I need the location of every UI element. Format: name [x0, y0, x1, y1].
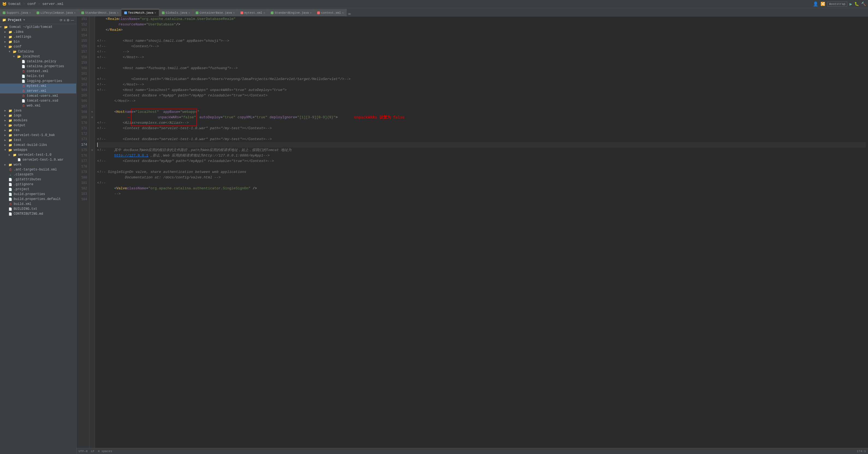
tree-webapps[interactable]: ▼ 📂 webapps [0, 147, 76, 152]
tree-classpath[interactable]: ☕ .classpath [0, 172, 76, 177]
tab-mytest-xml[interactable]: mytest.xml ✕ [238, 9, 268, 16]
sync-btn[interactable]: ⟳ [60, 18, 63, 22]
main-layout: 📁 Project ▼ ⟳ ≡ ⚙ — ▼ 📂 tomcat ~/gitlab/… [0, 17, 868, 454]
tree-res[interactable]: ▶ 📁 res [0, 128, 76, 133]
tab-icon-java [3, 11, 5, 14]
tab-context-xml[interactable]: context.xml ✕ [314, 9, 347, 16]
code-content[interactable]: <Realm className="org.apache.catalina.re… [95, 17, 868, 448]
code-line-155: <!-- <Host name="shouji.tmall.com" appBa… [97, 38, 866, 44]
tree-servelet-bak[interactable]: ▶ 📁 servelet-test-1.0_bak [0, 133, 76, 138]
code-editor[interactable]: 151 152 153 154 155 156 157 158 159 160 … [76, 17, 868, 448]
tree-tomcat-users-xsd[interactable]: 📄 tomcat-users.xsd [0, 98, 76, 103]
tab-close[interactable]: ✕ [74, 11, 75, 15]
tab-close[interactable]: ✕ [188, 11, 190, 15]
tree-bin[interactable]: ▶ 📁 bin [0, 39, 76, 44]
tree-output[interactable]: ▼ 📂 output [0, 123, 76, 128]
tree-hello-txt[interactable]: 📄 hello.txt [0, 74, 76, 79]
tree-gitignore[interactable]: 📄 .gitignore [0, 182, 76, 187]
tree-conf[interactable]: ▼ 📂 conf [0, 44, 76, 49]
tree-logs[interactable]: ▶ 📁 logs [0, 113, 76, 118]
tree-servelet-war[interactable]: 📄 servelet-test-1.0.war [0, 157, 76, 162]
tree-building-txt[interactable]: 📄 BUILDING.txt [0, 206, 76, 211]
tree-mytest-xml[interactable]: 🗒 mytest.xml [0, 84, 76, 88]
tree-context-xml[interactable]: 🗒 context.xml [0, 69, 76, 74]
code-line-151: <Realm className="org.apache.catalina.re… [97, 17, 866, 22]
tree-idea[interactable]: ▶ 📁 .idea [0, 29, 76, 34]
tree-tomcat-build-libs[interactable]: ▶ 📁 tomcat-build-libs [0, 143, 76, 147]
sidebar-header: 📁 Project ▼ ⟳ ≡ ⚙ — [0, 17, 76, 24]
tree-servelet-test[interactable]: ▶ 📁 servelet-test-1.0 [0, 152, 76, 157]
status-line-col: 174:1 [857, 450, 866, 453]
tree-catalina-policy[interactable]: 📄 catalina.policy [0, 59, 76, 64]
tree-logging-properties[interactable]: 📄 logging.properties [0, 79, 76, 84]
code-line-172 [97, 131, 866, 137]
tree-gitattributes[interactable]: 📄 .gitattributes [0, 177, 76, 182]
tab-close[interactable]: ✕ [117, 11, 119, 15]
settings-btn[interactable]: ⚙ [67, 18, 70, 22]
tree-tomcat-users-xml[interactable]: 🗒 tomcat-users.xml [0, 93, 76, 98]
tab-standardengine-java[interactable]: StandardEngine.java ✕ [268, 9, 314, 16]
avatar-icon: 👤 [813, 1, 818, 7]
title-text: tomcat > conf > server.xml [8, 2, 64, 6]
editor-area: 151 152 153 154 155 156 157 158 159 160 … [76, 17, 868, 454]
tab-close[interactable]: ✕ [264, 11, 265, 15]
tree-contributing-md[interactable]: 📄 CONTRIBUTING.md [0, 211, 76, 216]
tab-close[interactable]: ✕ [29, 11, 31, 15]
tab-label: ContainerBase.java [199, 11, 232, 15]
tree-web-xml[interactable]: 🗒 web.xml [0, 103, 76, 108]
tree-ant-targets[interactable]: 🗒 .ant-targets-build.xml [0, 167, 76, 172]
tree-localhost[interactable]: ▼ 📂 localhost [0, 54, 76, 59]
code-line-180: Documentation at: /docs/config/valve.htm… [97, 175, 866, 180]
tab-lifecyclebase-java[interactable]: LifecycleBase.java ✕ [34, 9, 79, 16]
code-line-165: <Context docBase ="myApp" path="/myApp" … [97, 93, 866, 98]
tree-catalina-properties[interactable]: 📄 catalina.properties [0, 64, 76, 69]
tab-globals-java[interactable]: Globals.java ✕ [159, 9, 193, 16]
code-line-152: resourceName="UserDatabase"/> [97, 22, 866, 27]
tab-icon-java [271, 11, 274, 14]
tab-standardhost-java[interactable]: StandardHost.java ✕ [79, 9, 121, 16]
sidebar-dropdown-arrow[interactable]: ▼ [23, 19, 25, 22]
tree-root[interactable]: ▼ 📂 tomcat ~/gitlab/tomcat [0, 25, 76, 29]
build-btn[interactable]: 🔨 [861, 2, 866, 6]
vcs-icon: 🔀 [820, 2, 825, 6]
tab-containerbase-java[interactable]: ContainerBase.java ✕ [193, 9, 238, 16]
sidebar: 📁 Project ▼ ⟳ ≡ ⚙ — ▼ 📂 tomcat ~/gitlab/… [0, 17, 76, 454]
more-tabs-btn[interactable]: ≫ [347, 12, 352, 16]
tree-work[interactable]: ▶ 📁 work [0, 162, 76, 167]
tab-close[interactable]: ✕ [154, 11, 156, 15]
tree-test[interactable]: ▶ 📁 test [0, 138, 76, 143]
debug-btn[interactable]: 🐛 [854, 2, 859, 6]
run-btn[interactable]: ▶ [849, 1, 852, 7]
tab-label: StandardHost.java [85, 11, 116, 15]
hide-sidebar-btn[interactable]: — [71, 18, 74, 22]
tab-icon-xml [241, 11, 243, 14]
tree-project-file[interactable]: 📄 .project [0, 187, 76, 192]
tree-settings[interactable]: ▶ 📁 .settings [0, 34, 76, 39]
tree-server-xml[interactable]: 🗒 server.xml [0, 88, 76, 93]
tree-build-properties[interactable]: 📄 build.properties [0, 192, 76, 197]
annotation-text: unpackWARs 设置为 false [354, 115, 405, 120]
tree-build-xml[interactable]: 🗒 build.xml [0, 202, 76, 206]
tab-close[interactable]: ✕ [233, 11, 235, 15]
code-line-170: <!-- <Alias>examplexx.com</Alias>--> [97, 120, 866, 126]
red-arrow: → [127, 115, 130, 120]
tab-close[interactable]: ✕ [342, 11, 344, 15]
code-line-171: <!-- <Context docBase="servelet-test-1.0… [97, 126, 866, 131]
tree-build-properties-default[interactable]: 📄 build.properties.default [0, 197, 76, 202]
code-line-169: → unpackWARs="false" autoDeploy="true" c… [97, 115, 866, 120]
collapse-all-btn[interactable]: ≡ [64, 18, 65, 22]
tree-java[interactable]: ▶ 📁 java [0, 108, 76, 113]
code-line-156: <!-- <Context/>--> [97, 44, 866, 49]
tab-label: LifecycleBase.java [40, 11, 73, 15]
code-line-162: <!-- <Context path="/HelloLuban" docBase… [97, 77, 866, 82]
code-line-166: </Host>--> [97, 98, 866, 104]
status-crlf: LF [91, 450, 94, 453]
tree-catalina[interactable]: ▼ 📂 Catalina [0, 49, 76, 54]
tab-close[interactable]: ✕ [310, 11, 311, 15]
tab-testmatch-java[interactable]: TestMatch.java ✕ [121, 9, 159, 16]
bootstrap-dropdown[interactable]: Bootstrap [827, 2, 847, 6]
tab-support-java[interactable]: Support.java ✕ [0, 9, 34, 16]
link-text[interactable]: http://127.0.0.1 [114, 153, 148, 159]
tree-modules[interactable]: ▶ 📁 modules [0, 118, 76, 123]
tab-icon-java [81, 11, 84, 14]
